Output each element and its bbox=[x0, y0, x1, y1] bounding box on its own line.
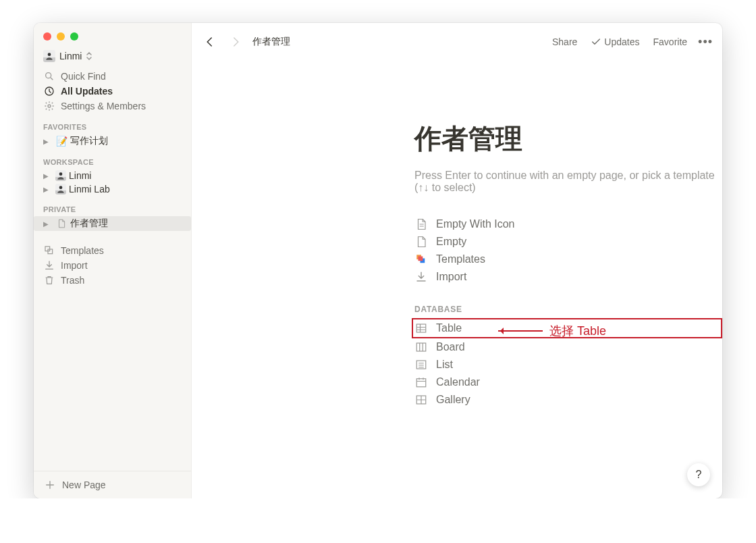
avatar-icon bbox=[55, 184, 66, 195]
page-title[interactable]: 作者管理 bbox=[414, 120, 722, 157]
download-icon bbox=[43, 260, 55, 271]
clock-icon bbox=[43, 86, 55, 97]
private-section-label: PRIVATE bbox=[34, 196, 191, 216]
svg-point-1 bbox=[46, 73, 51, 78]
option-label: Empty With Icon bbox=[436, 218, 514, 230]
list-icon bbox=[414, 359, 428, 371]
templates-button[interactable]: Templates bbox=[34, 243, 191, 258]
option-label: Board bbox=[436, 341, 465, 353]
sidebar-bottom: New Page bbox=[34, 471, 191, 498]
annotation-arrow: 选择 Table bbox=[498, 323, 606, 339]
page-emoji-icon: 📝 bbox=[55, 136, 68, 147]
doc-icon bbox=[414, 236, 428, 248]
option-label: Import bbox=[436, 271, 466, 283]
svg-rect-7 bbox=[48, 249, 53, 254]
trash-icon bbox=[43, 275, 55, 286]
share-button[interactable]: Share bbox=[549, 35, 580, 49]
new-page-button[interactable]: New Page bbox=[34, 471, 191, 498]
sidebar-item-favorite-0[interactable]: ▶ 📝 写作计划 bbox=[34, 134, 191, 149]
chevron-updown-icon bbox=[86, 52, 92, 60]
page-icon bbox=[55, 219, 68, 228]
import-button[interactable]: Import bbox=[34, 258, 191, 273]
gear-icon bbox=[43, 101, 55, 111]
option-empty-with-icon[interactable]: Empty With Icon bbox=[414, 215, 722, 233]
svg-rect-14 bbox=[416, 379, 426, 387]
templates-icon bbox=[43, 245, 55, 256]
window-controls bbox=[43, 32, 78, 41]
svg-rect-10 bbox=[418, 257, 423, 261]
trash-button[interactable]: Trash bbox=[34, 273, 191, 288]
workspace-switcher[interactable]: Linmi bbox=[34, 47, 191, 69]
updates-button[interactable]: Updates bbox=[588, 35, 642, 49]
close-window-button[interactable] bbox=[43, 32, 51, 41]
app-window: Linmi Quick Find All Updates Settings & … bbox=[34, 23, 722, 498]
board-icon bbox=[414, 341, 428, 353]
db-option-gallery[interactable]: Gallery bbox=[414, 391, 722, 409]
option-empty[interactable]: Empty bbox=[414, 233, 722, 251]
svg-point-0 bbox=[48, 53, 51, 56]
svg-point-4 bbox=[59, 172, 63, 176]
triangle-icon[interactable]: ▶ bbox=[43, 220, 53, 228]
settings-members-button[interactable]: Settings & Members bbox=[34, 99, 191, 113]
option-label: Templates bbox=[436, 253, 485, 265]
arrow-icon bbox=[498, 330, 543, 332]
all-updates-button[interactable]: All Updates bbox=[34, 84, 191, 99]
maximize-window-button[interactable] bbox=[70, 32, 78, 41]
templates-label: Templates bbox=[61, 245, 104, 256]
templates-color-icon bbox=[414, 253, 428, 265]
topbar: 作者管理 Share Updates Favorite ••• bbox=[192, 23, 722, 53]
new-page-label: New Page bbox=[62, 480, 106, 490]
updates-label: Updates bbox=[604, 36, 639, 47]
minimize-window-button[interactable] bbox=[57, 32, 65, 41]
calendar-icon bbox=[414, 376, 428, 388]
avatar-icon bbox=[43, 50, 55, 62]
import-label: Import bbox=[61, 260, 88, 271]
nav-forward-button[interactable] bbox=[227, 34, 244, 49]
avatar-icon bbox=[55, 170, 66, 181]
db-option-calendar[interactable]: Calendar bbox=[414, 373, 722, 391]
triangle-icon[interactable]: ▶ bbox=[43, 186, 53, 193]
option-import[interactable]: Import bbox=[414, 268, 722, 286]
option-templates[interactable]: Templates bbox=[414, 251, 722, 268]
option-label: Calendar bbox=[436, 376, 480, 388]
quick-find-button[interactable]: Quick Find bbox=[34, 69, 191, 84]
option-label: Empty bbox=[436, 236, 466, 248]
sidebar-item-workspace-1[interactable]: ▶ Linmi Lab bbox=[34, 182, 191, 196]
sidebar-item-workspace-0[interactable]: ▶ Linmi bbox=[34, 169, 191, 182]
db-option-list[interactable]: List bbox=[414, 356, 722, 373]
more-menu-button[interactable]: ••• bbox=[698, 35, 713, 49]
quick-find-label: Quick Find bbox=[61, 71, 106, 82]
option-label: Table bbox=[436, 322, 462, 334]
gallery-icon bbox=[414, 394, 428, 406]
favorites-section-label: FAVORITES bbox=[34, 113, 191, 134]
workspace-section-label: WORKSPACE bbox=[34, 149, 191, 169]
nav-back-button[interactable] bbox=[201, 34, 219, 49]
sidebar-item-private-0[interactable]: ▶ 作者管理 bbox=[34, 216, 191, 231]
svg-rect-11 bbox=[416, 324, 426, 332]
sidebar-item-label: Linmi bbox=[69, 170, 91, 181]
svg-rect-12 bbox=[416, 343, 426, 351]
sidebar-item-label: 写作计划 bbox=[70, 135, 108, 147]
plus-icon bbox=[45, 480, 55, 490]
favorite-button[interactable]: Favorite bbox=[651, 35, 691, 49]
triangle-icon[interactable]: ▶ bbox=[43, 138, 53, 145]
triangle-icon[interactable]: ▶ bbox=[43, 172, 53, 180]
option-label: Gallery bbox=[436, 394, 470, 406]
sidebar-item-label: 作者管理 bbox=[70, 217, 108, 230]
all-updates-label: All Updates bbox=[61, 86, 113, 97]
main-area: 作者管理 Share Updates Favorite ••• 作者管理 Pre… bbox=[192, 23, 722, 498]
breadcrumb[interactable]: 作者管理 bbox=[252, 36, 290, 48]
db-option-board[interactable]: Board bbox=[414, 338, 722, 356]
svg-point-3 bbox=[48, 105, 51, 107]
settings-label: Settings & Members bbox=[61, 101, 146, 111]
option-label: List bbox=[436, 359, 453, 371]
sidebar-item-label: Linmi Lab bbox=[69, 184, 110, 195]
annotation-text: 选择 Table bbox=[549, 323, 606, 339]
search-icon bbox=[43, 71, 55, 82]
download-icon bbox=[414, 271, 428, 283]
check-icon bbox=[591, 36, 601, 47]
svg-rect-6 bbox=[45, 247, 50, 251]
doc-lines-icon bbox=[414, 218, 428, 230]
trash-label: Trash bbox=[61, 275, 84, 286]
help-button[interactable]: ? bbox=[687, 463, 710, 486]
